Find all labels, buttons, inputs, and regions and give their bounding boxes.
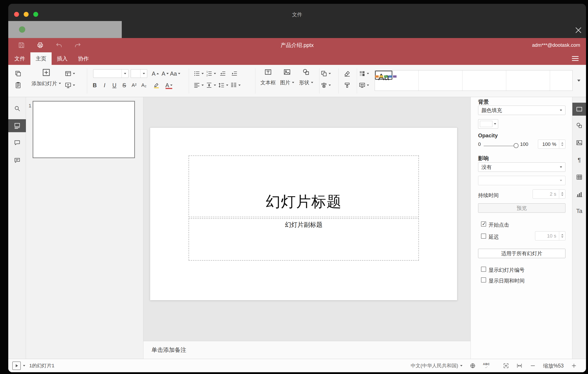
comments-panel-button[interactable] <box>8 137 26 149</box>
fit-width-button[interactable] <box>516 363 523 369</box>
tab-home[interactable]: 主页 <box>30 52 52 65</box>
font-color-button[interactable]: A <box>164 80 174 90</box>
menu-hamburger-button[interactable] <box>571 55 580 62</box>
chart-settings-button[interactable] <box>572 188 586 200</box>
decrease-indent-icon <box>219 70 226 77</box>
clear-style-button[interactable] <box>342 69 352 78</box>
font-name-combo[interactable] <box>93 69 128 78</box>
theme-thumbnail[interactable] <box>462 70 506 91</box>
change-layout-button[interactable] <box>64 69 75 78</box>
search-panel-button[interactable] <box>8 103 26 114</box>
paste-button[interactable] <box>13 80 23 90</box>
tab-file[interactable]: 文件 <box>9 52 30 65</box>
change-case-button[interactable]: Aa <box>170 69 180 78</box>
italic-button[interactable]: I <box>100 80 109 90</box>
slide-settings-button[interactable] <box>572 103 586 116</box>
spinner[interactable] <box>559 190 565 198</box>
overlay-close-button[interactable] <box>572 24 585 36</box>
shape-settings-button[interactable] <box>572 120 586 131</box>
title-placeholder[interactable]: 幻灯片标题 <box>189 155 419 217</box>
home-toolbar: 添加幻灯片 A A Aa B I U S <box>8 65 586 97</box>
mac-close-button[interactable] <box>14 12 19 17</box>
insert-image-button[interactable]: 图片 <box>277 68 297 86</box>
opacity-slider-knob[interactable] <box>514 143 518 148</box>
bullets-icon <box>193 70 200 77</box>
textart-settings-button[interactable]: Ta <box>572 205 586 217</box>
slides-panel-button[interactable] <box>8 119 26 132</box>
duration-input[interactable]: 2 s <box>533 189 566 199</box>
zoom-out-button[interactable] <box>530 363 536 369</box>
delay-checkbox[interactable] <box>481 233 486 239</box>
strikethrough-button[interactable]: S <box>119 80 129 90</box>
highlight-color-button[interactable] <box>151 80 161 90</box>
arrange-shape-button[interactable] <box>320 69 331 78</box>
add-slide-button[interactable]: 添加幻灯片 <box>32 68 61 87</box>
opacity-slider-track[interactable] <box>484 146 515 146</box>
delay-input[interactable]: 10 s <box>535 231 566 241</box>
tab-insert[interactable]: 插入 <box>52 52 73 65</box>
feedback-panel-button[interactable] <box>8 154 26 166</box>
theme-thumbnail[interactable] <box>419 70 462 91</box>
decrease-indent-button[interactable] <box>218 69 228 78</box>
columns-button[interactable] <box>230 80 241 90</box>
subtitle-placeholder[interactable]: 幻灯片副标题 <box>189 218 419 261</box>
opacity-value: 100 % <box>542 141 556 147</box>
paragraph-settings-button[interactable]: ¶ <box>572 154 586 166</box>
theme-gallery-expand-button[interactable] <box>574 77 583 85</box>
mac-zoom-button[interactable] <box>33 12 38 17</box>
tab-collaboration[interactable]: 协作 <box>73 52 94 65</box>
effect-variant-select[interactable] <box>478 176 566 185</box>
effect-select[interactable]: 没有 <box>478 162 566 172</box>
window-title: 文件 <box>8 11 586 18</box>
preview-button[interactable]: 预览 <box>478 203 566 213</box>
theme-thumbnail[interactable] <box>506 70 550 91</box>
superscript-button[interactable]: A² <box>129 80 139 90</box>
copy-button[interactable] <box>13 69 23 78</box>
slide-thumbnail[interactable] <box>33 101 135 158</box>
copy-style-button[interactable] <box>342 80 352 90</box>
fit-slide-button[interactable] <box>503 363 509 369</box>
effect-section-label: 影响 <box>478 155 489 162</box>
underline-button[interactable]: U <box>109 80 119 90</box>
line-spacing-button[interactable] <box>218 80 228 90</box>
increment-font-size-button[interactable]: A <box>150 69 160 78</box>
bullets-button[interactable] <box>193 69 204 78</box>
numbering-button[interactable]: 12 <box>206 69 216 78</box>
spinner[interactable] <box>559 231 565 240</box>
insert-shape-button[interactable]: 形状 <box>296 68 316 86</box>
start-on-click-checkbox[interactable] <box>481 221 486 227</box>
add-slide-icon <box>42 68 51 77</box>
notes-area[interactable]: 单击添加备注 <box>143 341 471 359</box>
decrement-font-size-button[interactable]: A <box>160 69 170 78</box>
show-date-time-checkbox[interactable] <box>481 277 486 283</box>
background-fill-select[interactable]: 颜色填充 <box>478 106 566 115</box>
background-color-picker[interactable] <box>478 119 498 129</box>
align-shape-button[interactable] <box>320 80 331 90</box>
apply-to-all-slides-button[interactable]: 适用于所有幻灯片 <box>478 249 566 258</box>
increase-indent-button[interactable] <box>230 69 239 78</box>
slide-canvas[interactable]: 幻灯片标题 幻灯片副标题 <box>150 128 457 300</box>
table-settings-button[interactable] <box>572 171 586 183</box>
vertical-align-button[interactable] <box>206 80 216 90</box>
set-language-button[interactable] <box>470 363 476 369</box>
theme-thumbnail-selected[interactable]: Aa <box>375 70 392 80</box>
horizontal-align-button[interactable] <box>193 80 204 90</box>
color-scheme-button[interactable] <box>358 69 369 78</box>
language-selector[interactable]: 中文(中华人民共和国) <box>411 362 462 369</box>
slide-size-button[interactable] <box>358 80 369 90</box>
opacity-value-input[interactable]: 100 % <box>538 140 566 149</box>
chevron-down-icon <box>329 73 331 74</box>
mac-minimize-button[interactable] <box>24 12 29 17</box>
chevron-down-icon[interactable] <box>23 365 25 366</box>
font-size-combo[interactable] <box>131 69 147 78</box>
spellcheck-button[interactable]: ABC <box>483 363 490 369</box>
start-slideshow-status-button[interactable] <box>12 362 21 370</box>
show-slide-number-checkbox[interactable] <box>481 267 486 272</box>
image-settings-button[interactable] <box>572 137 586 149</box>
spinner[interactable] <box>559 140 565 149</box>
subscript-button[interactable]: A₂ <box>139 80 149 90</box>
preview-slideshow-button[interactable] <box>64 80 75 90</box>
bold-button[interactable]: B <box>90 80 100 90</box>
zoom-in-button[interactable] <box>571 363 577 369</box>
insert-textbox-button[interactable]: 文本框 <box>258 68 278 86</box>
